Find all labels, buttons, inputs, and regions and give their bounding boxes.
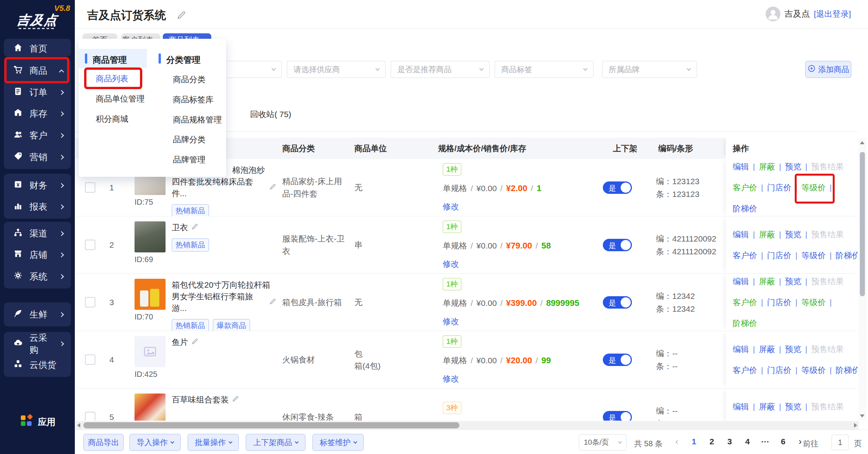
op-link[interactable]: 编辑 (733, 401, 749, 412)
filter-select-supplier[interactable]: 请选择供应商 (287, 61, 386, 78)
menu-item-goods-list[interactable]: 商品列表 (96, 74, 128, 84)
op-link[interactable]: 门店价 (767, 182, 791, 193)
goto-page-input[interactable] (832, 435, 849, 450)
edit-title-icon[interactable] (176, 10, 186, 20)
sidebar-item-goods[interactable]: 商品 (4, 60, 71, 82)
op-link[interactable]: 屏蔽 (759, 401, 775, 412)
op-link[interactable]: 门店价 (767, 250, 791, 261)
op-link[interactable]: 阶梯价 (835, 250, 858, 261)
menu-item-brand-mgmt[interactable]: 品牌管理 (173, 155, 205, 165)
op-link[interactable]: 预览 (785, 161, 801, 172)
op-link[interactable]: 等级价 (801, 297, 826, 308)
sidebar-item-system[interactable]: 系统 (4, 266, 71, 287)
page-size-select[interactable]: 10条/页 (579, 434, 626, 451)
page-number[interactable]: 4 (742, 435, 753, 449)
edit-name-icon[interactable] (232, 394, 239, 406)
sidebar-item-reports[interactable]: 报表 (4, 196, 71, 218)
op-link[interactable]: 预览 (785, 276, 801, 287)
op-link[interactable]: 门店价 (767, 365, 791, 376)
op-link[interactable]: 编辑 (733, 344, 749, 355)
button-export-goods[interactable]: 商品导出 (83, 434, 124, 451)
op-link[interactable]: 阶梯价 (733, 203, 757, 214)
row-checkbox[interactable] (85, 354, 95, 365)
sidebar-item-fresh[interactable]: 生鲜 (4, 304, 71, 325)
row-checkbox[interactable] (85, 182, 95, 193)
filter-select-brand[interactable]: 所属品牌 (602, 61, 697, 78)
vertical-scrollbar-thumb[interactable] (860, 152, 865, 296)
sidebar-item-shops[interactable]: 店铺 (4, 244, 71, 266)
avatar[interactable] (766, 7, 780, 21)
sidebar-item-customers[interactable]: 客户 (4, 125, 71, 147)
on-shelf-toggle[interactable]: 是 (603, 296, 632, 309)
on-shelf-toggle[interactable]: 是 (603, 354, 632, 366)
op-link[interactable]: 屏蔽 (759, 276, 775, 287)
sidebar-item-inventory[interactable]: 库存 (4, 103, 71, 125)
op-link[interactable]: 编辑 (733, 276, 749, 287)
edit-name-icon[interactable] (269, 182, 276, 193)
row-checkbox[interactable] (85, 240, 95, 250)
row-checkbox[interactable] (85, 412, 95, 421)
op-link[interactable]: 等级价 (801, 182, 826, 193)
sidebar-item-finance[interactable]: ¥财务 (4, 175, 71, 196)
op-link[interactable]: 客户价 (733, 365, 757, 376)
op-link[interactable]: 阶梯价 (835, 365, 858, 376)
op-link[interactable]: 预览 (785, 401, 801, 412)
on-shelf-toggle[interactable]: 是 (603, 181, 632, 194)
op-link[interactable]: 预览 (785, 229, 801, 240)
op-link[interactable]: 预览 (785, 344, 801, 355)
edit-name-icon[interactable] (269, 297, 276, 308)
sidebar-item-orders[interactable]: 订单 (4, 82, 71, 104)
scroll-down-arrow-icon[interactable] (860, 414, 865, 418)
op-link[interactable]: 客户价 (733, 250, 757, 261)
horizontal-scrollbar-thumb[interactable] (83, 422, 459, 428)
op-link[interactable]: 等级价 (801, 250, 826, 261)
modify-link[interactable]: 修改 (443, 373, 459, 384)
modify-link[interactable]: 修改 (443, 316, 459, 327)
edit-name-icon[interactable] (191, 222, 198, 233)
op-link[interactable]: 编辑 (733, 161, 749, 172)
button-on-off-shelf[interactable]: 上下架商品 (246, 434, 305, 451)
op-link[interactable]: 屏蔽 (759, 229, 775, 240)
op-link[interactable]: 屏蔽 (759, 344, 775, 355)
menu-item-points-mall[interactable]: 积分商城 (96, 114, 128, 124)
filter-select-goods-tag[interactable]: 商品标签 (495, 61, 594, 78)
page-number[interactable]: 2 (706, 435, 718, 449)
edit-name-icon[interactable] (191, 337, 198, 348)
button-batch-ops[interactable]: 批量操作 (188, 434, 239, 451)
op-link[interactable]: 门店价 (767, 297, 791, 308)
vertical-scrollbar[interactable] (858, 138, 866, 421)
op-link[interactable]: 阶梯价 (733, 318, 757, 329)
page-number[interactable]: 6 (777, 435, 789, 449)
op-link[interactable]: 编辑 (733, 229, 749, 240)
page-number[interactable]: 1 (688, 435, 700, 449)
tab-recycle-bin[interactable]: 回收站( 75) (250, 109, 291, 120)
op-link[interactable]: 等级价 (801, 365, 826, 376)
filter-select-recommended[interactable]: 是否是推荐商品 (391, 61, 490, 78)
menu-item-goods-category[interactable]: 商品分类 (173, 74, 205, 85)
op-link[interactable]: 屏蔽 (759, 161, 775, 172)
scroll-up-arrow-icon[interactable] (860, 141, 865, 144)
page-number[interactable]: ··· (759, 435, 771, 449)
menu-item-goods-spec[interactable]: 商品规格管理 (173, 115, 222, 125)
modify-link[interactable]: 修改 (443, 259, 459, 269)
add-goods-button[interactable]: 添加商品 (805, 61, 851, 78)
op-link[interactable]: 客户价 (733, 297, 757, 308)
logout-link[interactable]: [退出登录] (814, 9, 851, 19)
button-tag-maintain[interactable]: 标签维护 (312, 434, 364, 451)
sidebar-item-home[interactable]: 首页 (4, 40, 71, 57)
sidebar-item-channels[interactable]: 渠道 (4, 223, 71, 244)
row-checkbox[interactable] (85, 297, 95, 307)
sidebar-item-cloud-supply[interactable]: 云供货 (4, 354, 71, 376)
op-link[interactable]: 客户价 (733, 182, 757, 193)
on-shelf-toggle[interactable]: 是 (603, 411, 632, 421)
on-shelf-toggle[interactable]: 是 (603, 239, 632, 251)
prev-page-icon[interactable]: ‹ (672, 436, 682, 447)
sidebar-item-apps[interactable]: 应用 (0, 414, 75, 430)
scroll-left-arrow-icon[interactable] (77, 423, 80, 428)
sidebar-item-cloud-purchase[interactable]: 云采购 (4, 333, 71, 354)
menu-item-brand-category[interactable]: 品牌分类 (173, 135, 205, 145)
menu-item-goods-unit[interactable]: 商品单位管理 (96, 94, 145, 104)
horizontal-scrollbar[interactable] (76, 421, 859, 430)
page-number[interactable]: 3 (724, 435, 735, 449)
menu-item-goods-tag-lib[interactable]: 商品标签库 (173, 95, 214, 105)
